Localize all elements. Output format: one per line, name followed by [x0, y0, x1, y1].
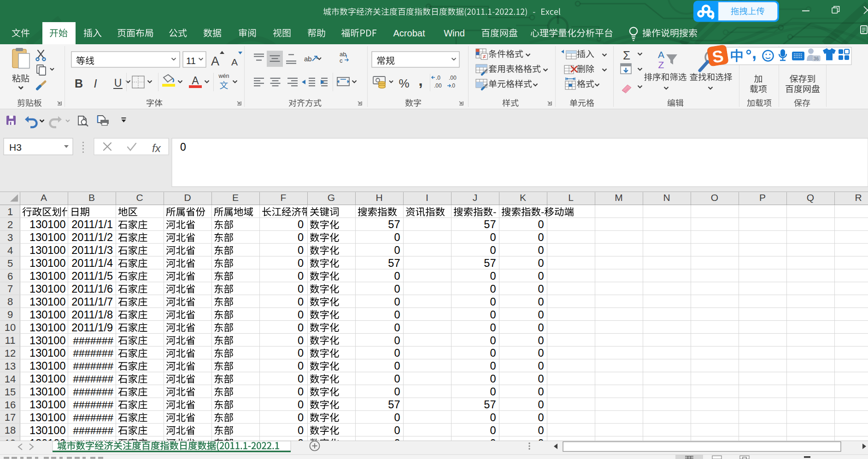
svg-text:130100: 130100	[29, 309, 65, 321]
svg-text:#######: #######	[73, 347, 113, 359]
svg-text:#######: #######	[73, 335, 113, 347]
svg-text:0: 0	[490, 270, 496, 282]
svg-text:0: 0	[538, 244, 544, 256]
svg-text:A: A	[41, 192, 47, 203]
svg-text:#######: #######	[73, 399, 113, 411]
svg-text:A: A	[211, 54, 219, 68]
svg-text:36: 36	[814, 56, 819, 61]
svg-text:0: 0	[298, 412, 304, 424]
svg-text:4: 4	[7, 245, 13, 256]
svg-text:0: 0	[538, 218, 544, 230]
svg-text:130100: 130100	[29, 231, 65, 243]
svg-text:130100: 130100	[29, 399, 65, 411]
svg-text:2011/1/1: 2011/1/1	[71, 218, 113, 230]
svg-text:130100: 130100	[29, 257, 65, 269]
svg-text:16: 16	[5, 399, 16, 411]
svg-text:13: 13	[5, 360, 16, 372]
svg-text:A: A	[231, 57, 238, 67]
svg-text:7: 7	[7, 283, 13, 294]
svg-text:B: B	[88, 192, 95, 203]
svg-text:M: M	[615, 192, 623, 203]
svg-text:130100: 130100	[29, 335, 65, 347]
svg-text:14: 14	[5, 373, 16, 385]
svg-text:0: 0	[538, 231, 544, 243]
svg-text:#######: #######	[73, 386, 113, 398]
svg-text:0: 0	[490, 373, 496, 385]
svg-text:130100: 130100	[29, 322, 65, 334]
svg-text:57: 57	[388, 218, 400, 230]
svg-text:#######: #######	[73, 412, 113, 424]
svg-text:2011/1/4: 2011/1/4	[71, 257, 113, 269]
svg-text:.0: .0	[436, 75, 440, 81]
svg-text:ab: ab	[304, 55, 312, 63]
svg-text:Wind: Wind	[444, 28, 465, 38]
svg-text:0: 0	[298, 231, 304, 243]
svg-text:57: 57	[388, 257, 400, 269]
svg-text:0: 0	[394, 347, 400, 359]
svg-text:0: 0	[538, 424, 544, 436]
svg-text:2: 2	[7, 219, 13, 230]
svg-text:0: 0	[394, 360, 400, 372]
svg-text:H3: H3	[9, 142, 22, 153]
svg-text:L: L	[568, 192, 574, 203]
svg-text:0: 0	[394, 335, 400, 347]
svg-text:0: 0	[490, 412, 496, 424]
svg-text:,: ,	[418, 71, 422, 89]
svg-text:0: 0	[298, 424, 304, 436]
svg-text:9: 9	[7, 309, 13, 320]
svg-text:11: 11	[5, 335, 16, 346]
svg-text:130100: 130100	[29, 270, 65, 282]
svg-text:U: U	[114, 77, 122, 89]
svg-text:0: 0	[490, 296, 496, 308]
svg-text:G: G	[328, 192, 335, 203]
svg-text:130100: 130100	[29, 347, 65, 359]
svg-text:0: 0	[538, 322, 544, 334]
svg-text:0: 0	[538, 347, 544, 359]
svg-text:#######: #######	[73, 373, 113, 385]
svg-text:0: 0	[394, 270, 400, 282]
svg-text:0: 0	[394, 296, 400, 308]
svg-text:0: 0	[490, 335, 496, 347]
svg-text:I: I	[94, 77, 97, 90]
svg-text:%: %	[399, 76, 409, 90]
svg-text:wén: wén	[218, 73, 229, 79]
svg-text:0: 0	[298, 373, 304, 385]
svg-text:F: F	[281, 192, 287, 203]
svg-text:0: 0	[538, 399, 544, 411]
svg-text:130100: 130100	[29, 218, 65, 230]
svg-text:H: H	[375, 192, 382, 203]
svg-text:130100: 130100	[29, 360, 65, 372]
svg-text:0: 0	[298, 309, 304, 321]
svg-text:130100: 130100	[29, 373, 65, 385]
svg-text:0: 0	[490, 309, 496, 321]
svg-text:130100: 130100	[29, 283, 65, 295]
svg-text:Q: Q	[807, 192, 814, 203]
svg-text:c: c	[340, 57, 343, 64]
svg-text:0: 0	[180, 141, 186, 153]
svg-text:18: 18	[5, 424, 16, 436]
svg-text:0: 0	[298, 270, 304, 282]
svg-text:#######: #######	[73, 360, 113, 372]
svg-text:0: 0	[298, 244, 304, 256]
svg-text:2011/1/2: 2011/1/2	[71, 231, 113, 243]
svg-text:6: 6	[7, 271, 13, 282]
svg-text:0: 0	[538, 373, 544, 385]
svg-text:R: R	[855, 192, 862, 203]
svg-text:130100: 130100	[29, 412, 65, 424]
svg-text:2011/1/6: 2011/1/6	[71, 283, 113, 295]
svg-text:0: 0	[298, 399, 304, 411]
svg-text:P: P	[759, 192, 766, 203]
svg-text:57: 57	[484, 218, 496, 230]
svg-text:0: 0	[394, 412, 400, 424]
svg-text:0: 0	[490, 347, 496, 359]
svg-text:Σ: Σ	[623, 48, 630, 62]
svg-text:5: 5	[7, 258, 13, 269]
svg-text:≠: ≠	[482, 53, 486, 60]
svg-text:130100: 130100	[29, 244, 65, 256]
svg-text:0: 0	[538, 360, 544, 372]
svg-text:A: A	[192, 75, 199, 87]
svg-text:C: C	[136, 192, 143, 203]
svg-text:0: 0	[490, 231, 496, 243]
svg-text:I: I	[426, 192, 428, 203]
svg-text:ab: ab	[340, 51, 346, 58]
